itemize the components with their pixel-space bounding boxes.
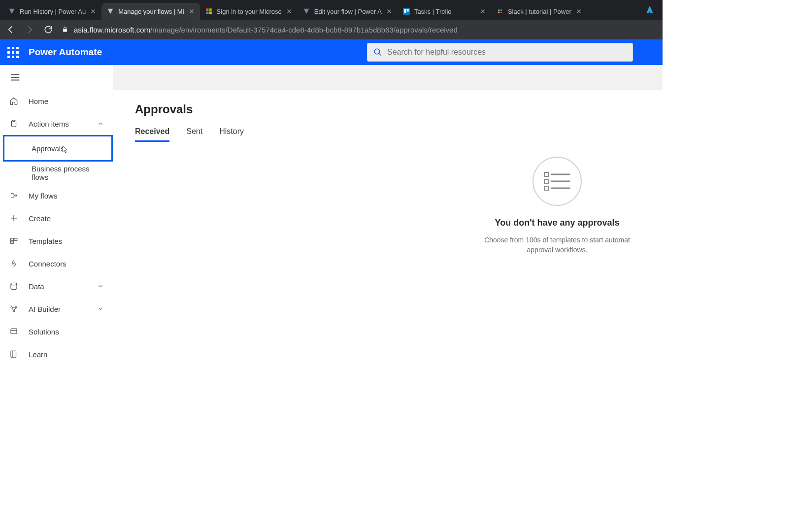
list-icon (533, 157, 582, 206)
flow-icon (106, 7, 114, 15)
azure-icon[interactable] (640, 0, 660, 20)
app-launcher-icon[interactable] (6, 45, 20, 59)
solutions-icon (9, 327, 19, 336)
tab-sent[interactable]: Sent (186, 127, 202, 142)
forward-button[interactable] (24, 24, 35, 35)
reload-button[interactable] (42, 24, 54, 35)
back-button[interactable] (5, 24, 17, 35)
chevron-down-icon (97, 283, 104, 290)
svg-rect-22 (11, 329, 17, 334)
tab-title: Sign in to your Microso (217, 8, 282, 15)
sidebar-item-create[interactable]: Create (0, 207, 113, 230)
svg-point-21 (13, 310, 15, 312)
main-content: Approvals Received Sent History You don'… (113, 65, 663, 440)
url-field[interactable]: asia.flow.microsoft.com/manage/environme… (61, 26, 658, 34)
svg-rect-25 (544, 186, 548, 190)
svg-point-20 (15, 307, 17, 308)
svg-rect-23 (544, 172, 548, 176)
slack-icon (496, 7, 504, 15)
ai-icon (9, 304, 19, 314)
browser-tab-strip: Run History | Power Au Manage your flows… (0, 0, 663, 20)
sidebar-label: Business process flows (32, 165, 105, 181)
sidebar-label: Templates (29, 237, 104, 245)
browser-tab[interactable]: Slack | tutorial | Power (491, 3, 587, 20)
browser-tab[interactable]: Manage your flows | Mi (101, 3, 200, 20)
close-icon[interactable] (479, 8, 486, 15)
brand-title[interactable]: Power Automate (29, 47, 102, 58)
clipboard-icon (9, 119, 19, 129)
url-text: asia.flow.microsoft.com/manage/environme… (74, 26, 458, 34)
search-box[interactable] (367, 43, 633, 62)
sidebar-item-my-flows[interactable]: My flows (0, 184, 113, 207)
browser-tab[interactable]: Tasks | Trello (398, 3, 491, 20)
address-bar: asia.flow.microsoft.com/manage/environme… (0, 20, 663, 39)
tab-title: Slack | tutorial | Power (508, 8, 571, 15)
svg-point-19 (11, 307, 12, 308)
templates-icon (9, 236, 19, 246)
close-icon[interactable] (286, 8, 293, 15)
sidebar-item-data[interactable]: Data (0, 275, 113, 298)
svg-rect-24 (544, 179, 548, 183)
connectors-icon (9, 259, 19, 268)
tab-title: Edit your flow | Power A (314, 8, 382, 15)
svg-point-12 (374, 49, 380, 54)
svg-rect-17 (10, 241, 13, 244)
close-icon[interactable] (188, 8, 195, 15)
sidebar: Home Action items Approvals Business pro… (0, 65, 113, 440)
command-bar (113, 65, 663, 90)
sidebar-subitem-bpf[interactable]: Business process flows (0, 162, 113, 184)
sidebar-item-home[interactable]: Home (0, 90, 113, 112)
plus-icon (9, 213, 19, 223)
sidebar-item-solutions[interactable]: Solutions (0, 320, 113, 343)
close-icon[interactable] (575, 8, 582, 15)
sidebar-label: Connectors (29, 260, 104, 268)
tab-history[interactable]: History (219, 127, 244, 142)
book-icon (9, 349, 19, 359)
page-title: Approvals (135, 102, 641, 116)
svg-rect-4 (403, 8, 410, 15)
chevron-up-icon (97, 120, 104, 127)
sidebar-item-action-items[interactable]: Action items (0, 112, 113, 135)
tab-title: Run History | Power Au (20, 8, 86, 15)
browser-tab[interactable]: Sign in to your Microso (200, 3, 298, 20)
empty-title: You don't have any approvals (495, 218, 619, 228)
sidebar-label: Solutions (29, 328, 104, 336)
sidebar-item-learn[interactable]: Learn (0, 343, 113, 366)
svg-point-10 (500, 12, 502, 13)
home-icon (9, 96, 19, 106)
browser-tab[interactable]: Edit your flow | Power A (298, 3, 398, 20)
search-icon (373, 48, 382, 57)
app-header: Power Automate (0, 39, 663, 65)
flow-icon (9, 191, 19, 200)
svg-point-18 (11, 283, 17, 285)
sidebar-label: Learn (29, 350, 104, 359)
sidebar-label: Data (29, 282, 87, 291)
sidebar-label: Home (29, 97, 104, 105)
content-tabs: Received Sent History (135, 127, 641, 142)
sidebar-subitem-approvals[interactable]: Approvals (0, 135, 113, 162)
svg-rect-3 (209, 12, 211, 14)
close-icon[interactable] (90, 8, 97, 15)
svg-point-8 (500, 9, 502, 11)
svg-point-7 (498, 9, 500, 11)
search-input[interactable] (387, 48, 627, 57)
browser-tab[interactable]: Run History | Power Au (3, 3, 101, 20)
svg-point-9 (498, 12, 500, 13)
sidebar-item-connectors[interactable]: Connectors (0, 252, 113, 275)
microsoft-icon (205, 7, 213, 15)
sidebar-item-templates[interactable]: Templates (0, 230, 113, 252)
sidebar-item-ai-builder[interactable]: AI Builder (0, 298, 113, 320)
svg-rect-11 (63, 29, 67, 32)
tab-received[interactable]: Received (135, 127, 169, 142)
sidebar-label: AI Builder (29, 305, 87, 313)
svg-rect-15 (10, 238, 13, 241)
close-icon[interactable] (386, 8, 393, 15)
chevron-down-icon (97, 305, 104, 312)
tab-title: Manage your flows | Mi (118, 8, 184, 15)
sidebar-toggle[interactable] (0, 65, 113, 90)
trello-icon (402, 7, 410, 15)
svg-rect-6 (406, 9, 408, 11)
svg-rect-1 (209, 8, 211, 11)
sidebar-label: Approvals (32, 144, 65, 153)
tab-title: Tasks | Trello (414, 8, 475, 15)
